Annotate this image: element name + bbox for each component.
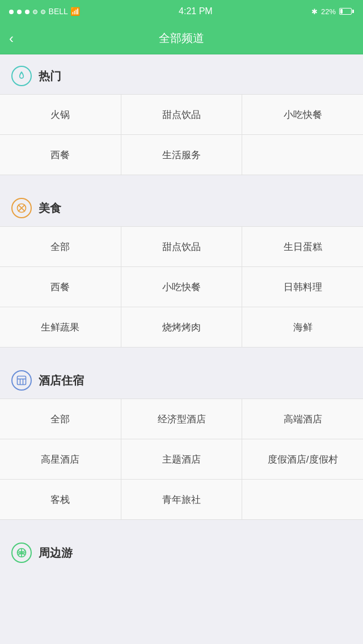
battery-percent: 22% [321, 7, 336, 16]
list-item[interactable]: 青年旅社 [121, 480, 243, 519]
list-item[interactable]: 全部 [0, 399, 121, 439]
list-item[interactable]: 甜点饮品 [121, 227, 243, 266]
list-item[interactable]: 火锅 [0, 95, 121, 134]
list-item [242, 135, 363, 175]
battery-icon [339, 8, 354, 15]
grid-hotel: 全部经济型酒店高端酒店高星酒店主题酒店度假酒店/度假村客栈青年旅社 [0, 399, 363, 520]
table-row: 客栈青年旅社 [0, 480, 363, 519]
list-item[interactable]: 高端酒店 [242, 399, 363, 439]
list-item[interactable]: 生活服务 [121, 135, 243, 175]
list-item[interactable]: 全部 [0, 227, 121, 266]
nav-bar: ‹ 全部频道 [0, 23, 363, 54]
list-item[interactable]: 小吃快餐 [121, 267, 243, 307]
back-button[interactable]: ‹ [9, 32, 14, 45]
section-icon-hotel [11, 370, 32, 391]
list-item[interactable]: 小吃快餐 [242, 95, 363, 134]
section-divider [0, 571, 363, 582]
table-row: 火锅甜点饮品小吃快餐 [0, 95, 363, 135]
list-item[interactable]: 日韩料理 [242, 267, 363, 307]
section-title-travel: 周边游 [39, 545, 73, 561]
list-item[interactable]: 高星酒店 [0, 439, 121, 479]
table-row: 生鲜蔬果烧烤烤肉海鲜 [0, 307, 363, 347]
section-divider [0, 348, 363, 359]
status-right: ✱ 22% [311, 7, 354, 16]
section-title-food: 美食 [39, 201, 61, 216]
status-time: 4:21 PM [179, 6, 213, 16]
list-item[interactable]: 主题酒店 [121, 439, 243, 479]
section-food: 美食全部甜点饮品生日蛋糕西餐小吃快餐日韩料理生鲜蔬果烧烤烤肉海鲜 [0, 187, 363, 348]
list-item[interactable]: 经济型酒店 [121, 399, 243, 439]
section-header-hot: 热门 [0, 66, 363, 94]
section-title-hotel: 酒店住宿 [39, 373, 84, 388]
section-hotel: 酒店住宿全部经济型酒店高端酒店高星酒店主题酒店度假酒店/度假村客栈青年旅社 [0, 359, 363, 520]
list-item[interactable]: 烧烤烤肉 [121, 307, 243, 347]
list-item[interactable]: 甜点饮品 [121, 95, 243, 134]
list-item[interactable]: 度假酒店/度假村 [242, 439, 363, 479]
status-left: BELL 📶 [9, 7, 80, 16]
carrier-label: BELL [49, 7, 68, 16]
section-icon-travel [11, 543, 32, 563]
grid-hot: 火锅甜点饮品小吃快餐西餐生活服务 [0, 94, 363, 175]
section-icon-hot [11, 66, 32, 86]
svg-rect-3 [18, 376, 26, 385]
table-row: 西餐生活服务 [0, 135, 363, 175]
nav-title: 全部频道 [159, 31, 204, 46]
signal-dots [9, 7, 47, 16]
list-item[interactable]: 客栈 [0, 480, 121, 519]
bluetooth-icon: ✱ [311, 7, 318, 16]
section-header-travel: 周边游 [0, 543, 363, 571]
section-header-hotel: 酒店住宿 [0, 370, 363, 399]
list-item[interactable]: 海鲜 [242, 307, 363, 347]
section-divider [0, 175, 363, 187]
list-item[interactable]: 生鲜蔬果 [0, 307, 121, 347]
section-hot: 热门火锅甜点饮品小吃快餐西餐生活服务 [0, 54, 363, 175]
section-icon-food [11, 198, 32, 218]
section-travel: 周边游 [0, 531, 363, 571]
list-item[interactable]: 西餐 [0, 267, 121, 307]
table-row: 全部甜点饮品生日蛋糕 [0, 227, 363, 267]
list-item [242, 480, 363, 519]
list-item[interactable]: 西餐 [0, 135, 121, 175]
section-title-hot: 热门 [39, 69, 61, 84]
table-row: 全部经济型酒店高端酒店 [0, 399, 363, 439]
grid-food: 全部甜点饮品生日蛋糕西餐小吃快餐日韩料理生鲜蔬果烧烤烤肉海鲜 [0, 226, 363, 348]
content: 热门火锅甜点饮品小吃快餐西餐生活服务 美食全部甜点饮品生日蛋糕西餐小吃快餐日韩料… [0, 54, 363, 582]
section-header-food: 美食 [0, 198, 363, 226]
list-item[interactable]: 生日蛋糕 [242, 227, 363, 266]
section-divider [0, 520, 363, 531]
table-row: 西餐小吃快餐日韩料理 [0, 267, 363, 307]
status-bar: BELL 📶 4:21 PM ✱ 22% [0, 0, 363, 23]
table-row: 高星酒店主题酒店度假酒店/度假村 [0, 439, 363, 480]
wifi-icon: 📶 [70, 7, 80, 16]
